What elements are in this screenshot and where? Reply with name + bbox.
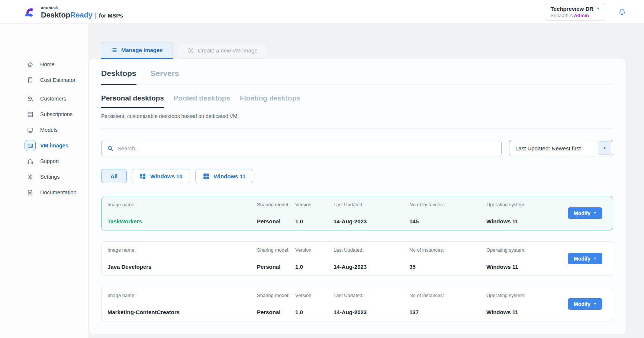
caret-down-icon: ▼: [593, 302, 596, 306]
sidebar-item-documentation[interactable]: Documentation: [0, 185, 88, 200]
image-name-value: Java Developers: [107, 264, 252, 270]
last-updated-value: 14-Aug-2023: [334, 309, 404, 315]
sidebar-item-label: Customers: [40, 96, 66, 102]
tab-servers[interactable]: Servers: [151, 69, 179, 84]
monitor-icon: [25, 124, 36, 135]
vm-image-list: Image name: TaskWorkers Sharing model: P…: [101, 196, 613, 321]
tab-manage-images[interactable]: Manage images: [101, 42, 173, 59]
desktop-kind-tabs: Personal desktops Pooled desktops Floati…: [101, 94, 613, 108]
modify-button[interactable]: Modify ▼: [568, 253, 602, 264]
image-name-value: TaskWorkers: [107, 218, 252, 224]
filter-label: Windows 10: [150, 173, 183, 179]
instances-value: 35: [409, 264, 481, 270]
last-updated-value: 14-Aug-2023: [334, 264, 404, 270]
tab-floating-desktops[interactable]: Floating desktops: [240, 94, 300, 108]
anunta-logo-icon: [23, 5, 36, 19]
filter-chip-windows-10[interactable]: Windows 10: [132, 169, 190, 183]
tab-create-vm-image[interactable]: Create a new VM image: [179, 42, 266, 59]
sidebar-nav: Home Cost Estimator Customers: [0, 24, 88, 338]
os-value: Windows 11: [486, 264, 557, 270]
sidebar-item-label: Models: [40, 127, 58, 133]
instances-label: No of instances:: [409, 202, 481, 208]
instances-value: 145: [409, 218, 481, 224]
sidebar-item-label: Settings: [40, 174, 59, 180]
brand-small-label: anunta®: [41, 6, 58, 10]
document-icon: [25, 187, 36, 198]
sidebar-item-home[interactable]: Home: [0, 57, 88, 72]
gear-icon: [25, 171, 36, 182]
version-value: 1.0: [295, 264, 328, 270]
sidebar-item-models[interactable]: Models: [0, 122, 88, 138]
modify-button[interactable]: Modify ▼: [568, 207, 602, 219]
app-header: anunta® DesktopReady | for MSPs Techprev…: [0, 0, 644, 24]
harddrive-icon: [25, 140, 36, 151]
windows-10-logo-icon: [139, 173, 146, 179]
home-icon: [25, 59, 36, 70]
vm-image-card-taskworkers[interactable]: Image name: TaskWorkers Sharing model: P…: [101, 196, 613, 230]
windows-11-logo-icon: [203, 173, 209, 179]
tab-desktops[interactable]: Desktops: [101, 69, 136, 85]
vm-image-card-java-developers[interactable]: Image name: Java Developers Sharing mode…: [101, 241, 613, 276]
sidebar-item-label: Subscriptions: [40, 111, 73, 117]
last-updated-label: Last Updated:: [334, 293, 404, 299]
sidebar-item-support[interactable]: Support: [0, 153, 88, 169]
users-icon: [25, 93, 36, 104]
sidebar-item-label: Support: [40, 158, 59, 164]
image-name-value: Marketing-ContentCreators: [107, 309, 252, 315]
sidebar-item-label: Cost Estimator: [40, 77, 75, 83]
account-role-badge: Admin: [574, 13, 589, 18]
notifications-button[interactable]: [615, 5, 629, 19]
instances-label: No of instances:: [409, 293, 481, 299]
os-filter-chips: All Windows 10: [101, 169, 613, 183]
sidebar-item-label: VM images: [40, 143, 68, 149]
caret-down-icon: ▼: [593, 257, 596, 260]
image-name-label: Image name:: [107, 247, 252, 254]
modify-button[interactable]: Modify ▼: [568, 298, 602, 310]
vm-image-card-marketing-contentcreators[interactable]: Image name: Marketing-ContentCreators Sh…: [101, 287, 613, 321]
sort-caret-button[interactable]: ▼: [598, 141, 611, 155]
sharing-model-value: Personal: [257, 309, 290, 315]
search-icon: [107, 145, 114, 152]
version-label: Version:: [295, 247, 328, 254]
machine-type-tabs: Desktops Servers: [101, 69, 613, 84]
tab-pooled-desktops[interactable]: Pooled desktops: [174, 94, 230, 108]
account-selector[interactable]: Techpreview DR ▼ Srinaath A Admin: [545, 3, 605, 21]
brand-logo: anunta® DesktopReady | for MSPs: [23, 4, 123, 19]
brand-name: DesktopReady | for MSPs: [41, 11, 123, 19]
sidebar-item-label: Home: [40, 61, 55, 67]
image-name-label: Image name:: [107, 202, 252, 208]
desktop-type-description: Persistent, customizable desktops hosted…: [101, 113, 613, 129]
sidebar-item-settings[interactable]: Settings: [0, 169, 88, 185]
modify-button-label: Modify: [574, 256, 590, 262]
tab-label: Create a new VM image: [198, 47, 258, 54]
sidebar-item-vm-images[interactable]: VM images: [0, 138, 88, 153]
last-updated-label: Last Updated:: [334, 202, 404, 208]
manage-images-panel: Desktops Servers Personal desktops Poole…: [88, 59, 627, 334]
account-org-label: Techpreview DR: [550, 6, 593, 12]
vm-image-tabs: Manage images Create a new VM image: [101, 42, 644, 59]
sharing-model-label: Sharing model:: [257, 202, 290, 208]
instances-label: No of instances:: [409, 247, 481, 254]
sidebar-item-cost-estimator[interactable]: Cost Estimator: [0, 72, 88, 88]
version-value: 1.0: [295, 309, 328, 315]
search-input[interactable]: [117, 145, 496, 152]
sharing-model-value: Personal: [257, 264, 290, 270]
sidebar-item-subscriptions[interactable]: Subscriptions: [0, 106, 88, 122]
filter-label: Windows 11: [214, 173, 246, 179]
account-user-label: Srinaath A: [550, 13, 572, 18]
modify-button-label: Modify: [574, 301, 590, 307]
filter-chip-windows-11[interactable]: Windows 11: [195, 169, 254, 183]
version-value: 1.0: [295, 218, 328, 224]
os-label: Operating system:: [486, 247, 557, 254]
tab-personal-desktops[interactable]: Personal desktops: [101, 94, 164, 108]
last-updated-label: Last Updated:: [334, 247, 404, 254]
sidebar-item-label: Documentation: [40, 189, 77, 195]
sidebar-item-customers[interactable]: Customers: [0, 91, 88, 106]
sort-value-label: Last Updated: Newest first: [515, 145, 581, 152]
filter-chip-all[interactable]: All: [101, 169, 127, 183]
version-label: Version:: [295, 202, 328, 208]
filter-label: All: [110, 173, 117, 179]
sort-dropdown[interactable]: Last Updated: Newest first ▼: [509, 140, 613, 156]
bell-icon: [618, 8, 626, 16]
modify-button-label: Modify: [574, 210, 590, 216]
